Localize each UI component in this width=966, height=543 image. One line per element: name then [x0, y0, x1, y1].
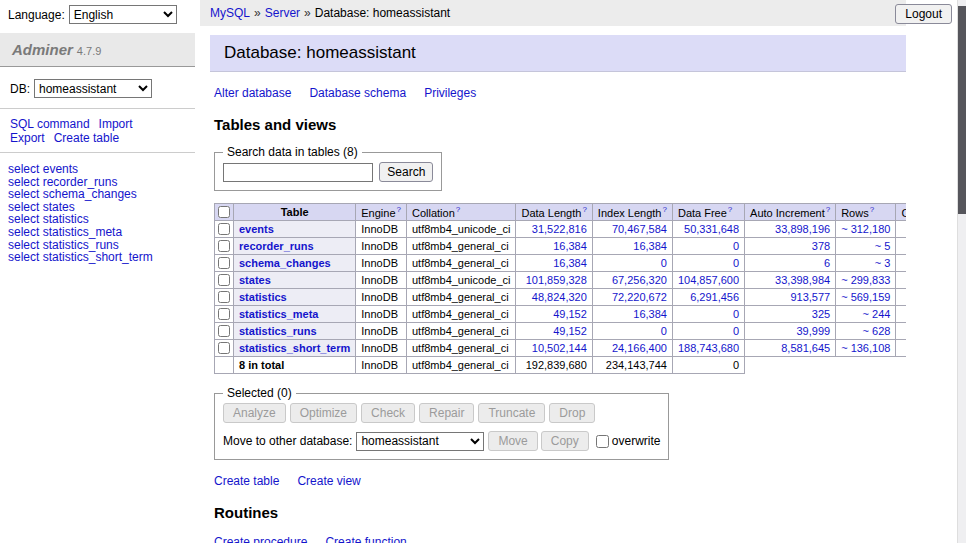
scrollbar-thumb[interactable] [958, 6, 966, 214]
data-free-link-states[interactable]: 104,857,600 [678, 274, 739, 286]
data-length-link-states[interactable]: 101,859,328 [526, 274, 587, 286]
rows-link-statistics_runs[interactable]: ~ 628 [863, 325, 891, 337]
link-create-view[interactable]: Create view [297, 474, 360, 488]
adminer-logo-link[interactable]: Adminer [12, 41, 73, 58]
column-header-data-length: Data Length? [516, 204, 592, 221]
sidebar-link-import[interactable]: Import [99, 117, 133, 131]
db-select[interactable]: homeassistant [34, 79, 152, 98]
help-link-data-free[interactable]: ? [728, 205, 732, 214]
help-link-data-length[interactable]: ? [582, 205, 586, 214]
drop-button[interactable]: Drop [549, 403, 595, 423]
language-select[interactable]: English [69, 5, 177, 24]
link-database-schema[interactable]: Database schema [309, 86, 406, 100]
rows-link-schema_changes[interactable]: ~ 3 [875, 257, 891, 269]
index-length-link-statistics_meta[interactable]: 16,384 [633, 308, 667, 320]
scrollbar[interactable] [957, 0, 966, 543]
breadcrumb-mysql-link[interactable]: MySQL [210, 6, 250, 20]
data-length-link-recorder_runs[interactable]: 16,384 [553, 240, 587, 252]
index-length-link-statistics[interactable]: 72,220,672 [612, 291, 667, 303]
data-length-link-events[interactable]: 31,522,816 [532, 223, 587, 235]
link-privileges[interactable]: Privileges [424, 86, 476, 100]
optimize-button[interactable]: Optimize [290, 403, 357, 423]
rows-link-statistics_short_term[interactable]: ~ 136,108 [841, 342, 890, 354]
help-link-rows[interactable]: ? [870, 205, 874, 214]
auto-increment-link-recorder_runs[interactable]: 378 [812, 240, 830, 252]
logout-button[interactable]: Logout [895, 4, 952, 24]
rows-link-events[interactable]: ~ 312,180 [841, 223, 890, 235]
rows-link-recorder_runs[interactable]: ~ 5 [875, 240, 891, 252]
table-link-recorder_runs[interactable]: recorder_runs [239, 240, 314, 252]
help-link-engine[interactable]: ? [397, 205, 401, 214]
index-length-link-statistics_runs[interactable]: 0 [661, 325, 667, 337]
sidebar-table-link-statistics_short_term[interactable]: statistics_short_term [43, 250, 153, 264]
data-free-link-events[interactable]: 50,331,648 [684, 223, 739, 235]
link-alter-database[interactable]: Alter database [214, 86, 291, 100]
data-length-link-statistics_runs[interactable]: 49,152 [553, 325, 587, 337]
row-checkbox-statistics[interactable] [218, 291, 230, 303]
index-length-link-statistics_short_term[interactable]: 24,166,400 [612, 342, 667, 354]
copy-button[interactable]: Copy [541, 431, 589, 451]
auto-increment-link-states[interactable]: 33,398,984 [775, 274, 830, 286]
breadcrumb-server-link[interactable]: Server [265, 6, 300, 20]
move-database-select[interactable]: homeassistant [356, 432, 484, 451]
help-link-collation[interactable]: ? [456, 205, 460, 214]
rows-link-statistics_meta[interactable]: ~ 244 [863, 308, 891, 320]
table-link-statistics_runs[interactable]: statistics_runs [239, 325, 317, 337]
overwrite-checkbox[interactable] [596, 435, 609, 448]
auto-increment-link-statistics[interactable]: 913,577 [790, 291, 830, 303]
search-button[interactable]: Search [379, 162, 433, 182]
link-create-function[interactable]: Create function [325, 535, 406, 543]
data-length-link-statistics_short_term[interactable]: 10,502,144 [532, 342, 587, 354]
link-create-table[interactable]: Create table [214, 474, 279, 488]
sidebar-select-link-statistics_short_term[interactable]: select [8, 250, 39, 264]
table-link-statistics_meta[interactable]: statistics_meta [239, 308, 319, 320]
row-checkbox-recorder_runs[interactable] [218, 240, 230, 252]
column-header-index-length: Index Length? [592, 204, 672, 221]
auto-increment-link-events[interactable]: 33,898,196 [775, 223, 830, 235]
select-all-checkbox[interactable] [218, 206, 230, 218]
truncate-button[interactable]: Truncate [478, 403, 545, 423]
row-checkbox-statistics_meta[interactable] [218, 308, 230, 320]
row-checkbox-events[interactable] [218, 223, 230, 235]
data-free-link-statistics_meta[interactable]: 0 [733, 308, 739, 320]
row-checkbox-statistics_short_term[interactable] [218, 342, 230, 354]
index-length-link-recorder_runs[interactable]: 16,384 [633, 240, 667, 252]
table-link-events[interactable]: events [239, 223, 274, 235]
sidebar-link-export[interactable]: Export [10, 131, 45, 145]
repair-button[interactable]: Repair [419, 403, 474, 423]
data-length-link-statistics_meta[interactable]: 49,152 [553, 308, 587, 320]
row-checkbox-states[interactable] [218, 274, 230, 286]
data-free-link-statistics_runs[interactable]: 0 [733, 325, 739, 337]
data-free-link-statistics[interactable]: 6,291,456 [690, 291, 739, 303]
table-link-statistics[interactable]: statistics [239, 291, 287, 303]
index-length-link-states[interactable]: 67,256,320 [612, 274, 667, 286]
auto-increment-link-statistics_short_term[interactable]: 8,581,645 [781, 342, 830, 354]
search-input[interactable] [223, 163, 373, 182]
data-free-link-statistics_short_term[interactable]: 188,743,680 [678, 342, 739, 354]
table-link-schema_changes[interactable]: schema_changes [239, 257, 331, 269]
move-button[interactable]: Move [488, 431, 537, 451]
help-link-index-length[interactable]: ? [662, 205, 666, 214]
row-checkbox-statistics_runs[interactable] [218, 325, 230, 337]
help-link-auto-increment[interactable]: ? [826, 205, 830, 214]
auto-increment-link-statistics_meta[interactable]: 325 [812, 308, 830, 320]
data-length-link-statistics[interactable]: 48,824,320 [532, 291, 587, 303]
index-length-link-events[interactable]: 70,467,584 [612, 223, 667, 235]
index-length-link-schema_changes[interactable]: 0 [661, 257, 667, 269]
sidebar-link-sql-command[interactable]: SQL command [10, 117, 90, 131]
data-length-link-schema_changes[interactable]: 16,384 [553, 257, 587, 269]
table-link-states[interactable]: states [239, 274, 271, 286]
data-free-link-recorder_runs[interactable]: 0 [733, 240, 739, 252]
index-length-cell: 16,384 [592, 238, 672, 255]
rows-link-states[interactable]: ~ 299,833 [841, 274, 890, 286]
auto-increment-link-schema_changes[interactable]: 6 [824, 257, 830, 269]
link-create-procedure[interactable]: Create procedure [214, 535, 307, 543]
check-button[interactable]: Check [361, 403, 415, 423]
rows-link-statistics[interactable]: ~ 569,159 [841, 291, 890, 303]
analyze-button[interactable]: Analyze [223, 403, 286, 423]
auto-increment-link-statistics_runs[interactable]: 39,999 [797, 325, 831, 337]
data-free-link-schema_changes[interactable]: 0 [733, 257, 739, 269]
sidebar-link-create-table[interactable]: Create table [54, 131, 119, 145]
table-link-statistics_short_term[interactable]: statistics_short_term [239, 342, 350, 354]
row-checkbox-schema_changes[interactable] [218, 257, 230, 269]
